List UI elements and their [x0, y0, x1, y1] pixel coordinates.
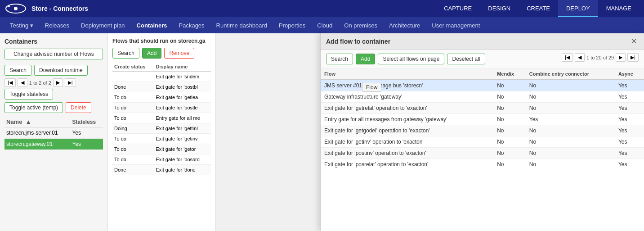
flow-status: Done [112, 82, 154, 92]
nav-deployment-plan[interactable]: Deployment plan [76, 19, 130, 32]
table-row[interactable]: storecn.gateway.01 Yes [4, 139, 103, 150]
flow-name: Exit gate for 'getlea [154, 92, 211, 103]
flow-name: Exit gate for 'postinv' operation to 'ex… [321, 148, 493, 159]
nav-architecture[interactable]: Architecture [384, 19, 425, 32]
col-name: Name ▲ [4, 117, 71, 127]
nav-design[interactable]: DESIGN [480, 0, 519, 17]
flow-status: To do [112, 92, 154, 103]
search-button-left[interactable]: Search [4, 65, 31, 76]
list-item[interactable]: Entry gate for all messages from gateway… [321, 114, 644, 125]
select-all-button[interactable]: Select all flows on page [378, 54, 444, 64]
list-item[interactable]: To doExit gate for 'getlea [112, 92, 211, 103]
nav-packages[interactable]: Packages [174, 19, 210, 32]
nav-manage[interactable]: MANAGE [598, 0, 640, 17]
nav-properties[interactable]: Properties [273, 19, 311, 32]
first-page-btn-left[interactable]: |◀ [4, 78, 16, 87]
last-page-btn-right[interactable]: ▶| [627, 53, 639, 62]
toggle-active-button[interactable]: Toggle active (temp) [4, 102, 63, 113]
app-logo [4, 2, 27, 15]
svg-point-2 [8, 5, 10, 7]
flow-status: Done [112, 165, 154, 175]
nav-testing[interactable]: Testing [4, 19, 39, 32]
change-advised-button[interactable]: Change advised number of Flows [4, 49, 103, 59]
pagination-text-right: 1 to 20 of 29 [586, 55, 614, 60]
search-button-middle[interactable]: Search [112, 48, 139, 59]
flow-async: Yes [615, 114, 644, 125]
right-panel-header: Add flow to container ✕ [321, 33, 644, 50]
flow-combine: Yes [526, 114, 615, 125]
list-item[interactable]: To doExit gate for 'getor [112, 144, 211, 154]
flow-async: Yes [615, 80, 644, 91]
second-nav-bar: Testing Releases Deployment plan Contain… [0, 17, 644, 33]
svg-point-1 [14, 7, 18, 10]
nav-runtime-dashboard[interactable]: Runtime dashboard [211, 19, 273, 32]
flow-async: Yes [615, 91, 644, 103]
list-item[interactable]: Exit gate for 'getrelat' operation to 'e… [321, 103, 644, 114]
list-item[interactable]: To doExit gate for 'getinv [112, 134, 211, 144]
list-item[interactable]: To doEntry gate for all me [112, 113, 211, 123]
nav-create[interactable]: CREATE [519, 0, 558, 17]
nav-user-management[interactable]: User management [426, 19, 485, 32]
search-button-right[interactable]: Search [326, 54, 353, 64]
list-item[interactable]: DoneExit gate for 'done [112, 165, 211, 175]
flow-name: Exit gate for 'posord [154, 154, 211, 165]
flow-async: Yes [615, 125, 644, 136]
top-nav-bar: Store - Connectors CAPTURE DESIGN CREATE… [0, 0, 644, 17]
deselect-all-button[interactable]: Deselect all [447, 54, 485, 64]
flow-name: Exit gate for 'getinv [154, 134, 211, 144]
prev-page-btn-right[interactable]: ◀ [575, 53, 585, 62]
list-item[interactable]: Exit gate for 'getgodel' operation to 'e… [321, 125, 644, 136]
flow-name: Exit gate for 'getrelat' operation to 'e… [321, 103, 493, 114]
add-flow-table: Flow Mendix Combine entry connector Asyn… [321, 68, 644, 170]
list-item[interactable]: JMS server #01 of message bus 'storecn'N… [321, 80, 644, 91]
list-item[interactable]: To doExit gate for 'posord [112, 154, 211, 165]
flow-async: Yes [615, 103, 644, 114]
table-row[interactable]: storecn.jms-server.01 Yes [4, 127, 103, 139]
container-name: storecn.jms-server.01 [4, 127, 71, 139]
list-item[interactable]: To doExit gate for 'postle [112, 103, 211, 113]
nav-containers[interactable]: Containers [131, 19, 173, 32]
flow-mendix: No [493, 148, 526, 159]
flow-name: Exit gate for 'posrelat' operation to 'e… [321, 159, 493, 170]
flow-status: To do [112, 154, 154, 165]
first-page-btn-right[interactable]: |◀ [562, 53, 573, 62]
nav-releases[interactable]: Releases [40, 19, 75, 32]
nav-capture[interactable]: CAPTURE [436, 0, 480, 17]
prev-page-btn-left[interactable]: ◀ [18, 78, 27, 87]
col-flow: Flow [321, 68, 493, 80]
list-item[interactable]: DoingExit gate for 'gettinl [112, 123, 211, 134]
nav-deploy[interactable]: DEPLOY [558, 0, 598, 17]
list-item[interactable]: Exit gate for 'posrelat' operation to 'e… [321, 159, 644, 170]
flow-mendix: No [493, 103, 526, 114]
remove-button-middle[interactable]: Remove [164, 48, 194, 59]
flow-combine: No [526, 159, 615, 170]
col-combine: Combine entry connector [526, 68, 615, 80]
list-item[interactable]: Exit gate for 'getinv' operation to 'exa… [321, 136, 644, 148]
add-button-right[interactable]: Add [356, 54, 375, 64]
right-panel-title: Add flow to container [326, 38, 390, 45]
col-stateless: Stateless [71, 117, 103, 127]
list-item[interactable]: Gateway infrastructure 'gateway'NoNoYes [321, 91, 644, 103]
flow-name: Entry gate for all messages from gateway… [321, 114, 493, 125]
main-content: Containers Change advised number of Flow… [0, 33, 644, 231]
toggle-stateless-button[interactable]: Toggle stateless [4, 89, 53, 100]
flow-mendix: No [493, 80, 526, 91]
nav-on-premises[interactable]: On premises [339, 19, 383, 32]
nav-cloud[interactable]: Cloud [312, 19, 338, 32]
download-runtime-button[interactable]: Download runtime [34, 65, 88, 76]
list-item[interactable]: Exit gate for 'postinv' operation to 'ex… [321, 148, 644, 159]
list-item[interactable]: DoneExit gate for 'postbl [112, 82, 211, 92]
flow-combine: No [526, 80, 615, 91]
app-title: Store - Connectors [31, 5, 436, 12]
next-page-btn-left[interactable]: ▶ [53, 78, 63, 87]
flow-mendix: No [493, 136, 526, 148]
close-button[interactable]: ✕ [629, 37, 639, 45]
next-page-btn-right[interactable]: ▶ [616, 53, 626, 62]
left-panel-title: Containers [4, 38, 103, 45]
last-page-btn-left[interactable]: ▶| [65, 78, 76, 87]
list-item[interactable]: Exit gate for 'sndem [112, 72, 211, 82]
delete-button[interactable]: Delete [66, 102, 91, 113]
add-button-middle[interactable]: Add [142, 48, 161, 59]
flow-status: To do [112, 103, 154, 113]
pagination-text-left: 1 to 2 of 2 [29, 80, 51, 86]
